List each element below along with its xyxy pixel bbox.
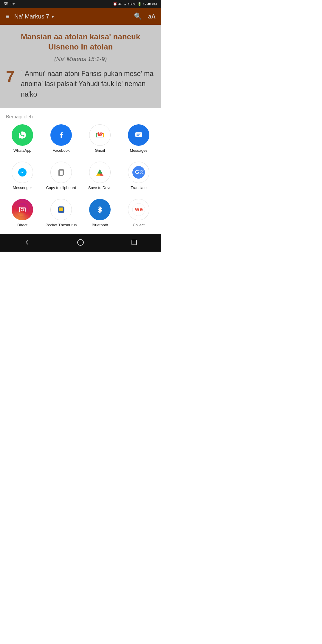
messages-icon xyxy=(128,124,149,146)
verse-body: Anmui' naan atoni Farisis pukan mese' ma… xyxy=(21,70,154,98)
clock: 12:48 PM xyxy=(143,2,157,6)
translate-icon: G 文 xyxy=(128,162,149,183)
messenger-icon xyxy=(12,162,33,183)
share-pocket[interactable]: Pocket Thesaurus xyxy=(42,199,80,228)
share-app-grid: WhatsApp Facebook xyxy=(0,124,161,234)
collect-icon: w e xyxy=(128,199,149,220)
recents-button[interactable] xyxy=(128,238,140,247)
whatsapp-icon xyxy=(12,124,33,146)
svg-rect-34 xyxy=(132,240,137,245)
share-drive[interactable]: Save to Drive xyxy=(80,162,119,191)
content-area: Mansian aa atolan kaisa' naneuk Uisneno … xyxy=(0,25,161,108)
font-size-icon[interactable]: aA xyxy=(148,13,156,20)
status-bar: 🖼 Gᴛ ⏰ 4G ▲ 100% 🔋 12:48 PM xyxy=(0,0,161,8)
clipboard-icon xyxy=(50,162,72,183)
svg-text:M: M xyxy=(98,132,102,137)
svg-text:w: w xyxy=(135,206,140,212)
verse-number: 1 xyxy=(21,69,23,74)
drive-label: Save to Drive xyxy=(88,185,112,191)
app-bar: ≡ Na' Markus 7 ▾ 🔍 aA xyxy=(0,8,161,25)
svg-point-23 xyxy=(24,208,25,208)
verse-text: 1 Anmui' naan atoni Farisis pukan mese' … xyxy=(21,69,155,100)
chapter-heading: Mansian aa atolan kaisa' naneuk Uisneno … xyxy=(6,32,155,52)
share-clipboard[interactable]: Copy to clipboard xyxy=(42,162,80,191)
status-right-icons: ⏰ 4G ▲ 100% 🔋 12:48 PM xyxy=(113,2,157,6)
back-button[interactable] xyxy=(21,238,33,247)
search-icon[interactable]: 🔍 xyxy=(134,13,142,20)
status-left-icons: 🖼 Gᴛ xyxy=(4,2,15,6)
direct-label: Direct xyxy=(17,223,27,228)
share-label: Berbagi oleh xyxy=(0,113,161,124)
messenger-label: Messenger xyxy=(13,185,32,191)
direct-icon xyxy=(12,199,33,220)
signal-icon: ▲ xyxy=(123,2,127,6)
verse-container: 7 1 Anmui' naan atoni Farisis pukan mese… xyxy=(6,69,155,100)
share-messenger[interactable]: Messenger xyxy=(3,162,42,191)
svg-point-33 xyxy=(78,239,83,245)
svg-rect-27 xyxy=(59,208,63,211)
share-messages[interactable]: Messages xyxy=(119,124,158,153)
share-gmail[interactable]: M Gmail xyxy=(80,124,119,153)
clipboard-label: Copy to clipboard xyxy=(46,185,76,191)
battery-text: 100% xyxy=(128,2,136,6)
whatsapp-label: WhatsApp xyxy=(13,148,31,153)
svg-text:G: G xyxy=(135,169,139,175)
share-direct[interactable]: Direct xyxy=(3,199,42,228)
facebook-icon xyxy=(50,124,72,146)
pocket-icon xyxy=(50,199,72,220)
battery-icon: 🔋 xyxy=(137,2,142,6)
network-icon: 4G xyxy=(118,2,122,6)
share-translate[interactable]: G 文 Translate xyxy=(119,162,158,191)
chapter-title-label: Na' Markus 7 xyxy=(14,13,49,20)
bluetooth-label: Bluetooth xyxy=(92,223,108,228)
translate-status-icon: Gᴛ xyxy=(10,2,15,6)
pocket-label: Pocket Thesaurus xyxy=(46,223,77,228)
share-bluetooth[interactable]: Bluetooth xyxy=(80,199,119,228)
app-title[interactable]: Na' Markus 7 ▾ xyxy=(14,13,129,20)
drive-icon xyxy=(89,162,111,183)
chapter-subtitle: (Na' Mateos 15:1-9) xyxy=(6,56,155,63)
svg-point-20 xyxy=(16,203,29,216)
menu-icon[interactable]: ≡ xyxy=(5,12,10,21)
svg-text:文: 文 xyxy=(139,169,144,174)
home-button[interactable] xyxy=(75,238,86,247)
alarm-icon: ⏰ xyxy=(113,2,117,6)
gmail-label: Gmail xyxy=(95,148,105,153)
collect-label: Collect xyxy=(133,223,145,228)
svg-point-12 xyxy=(55,166,68,179)
facebook-label: Facebook xyxy=(52,148,69,153)
translate-label: Translate xyxy=(131,185,147,191)
bluetooth-icon xyxy=(89,199,111,220)
chapter-number: 7 xyxy=(6,69,18,84)
photo-icon: 🖼 xyxy=(4,2,8,6)
nav-bar xyxy=(0,234,161,252)
gmail-icon: M xyxy=(89,124,111,146)
share-facebook[interactable]: Facebook xyxy=(42,124,80,153)
svg-text:e: e xyxy=(140,206,143,212)
share-whatsapp[interactable]: WhatsApp xyxy=(3,124,42,153)
share-sheet: Berbagi oleh WhatsApp Facebook xyxy=(0,108,161,234)
share-collect[interactable]: w e Collect xyxy=(119,199,158,228)
chevron-down-icon: ▾ xyxy=(52,14,54,19)
app-bar-actions: 🔍 aA xyxy=(134,13,156,20)
messages-label: Messages xyxy=(130,148,147,153)
